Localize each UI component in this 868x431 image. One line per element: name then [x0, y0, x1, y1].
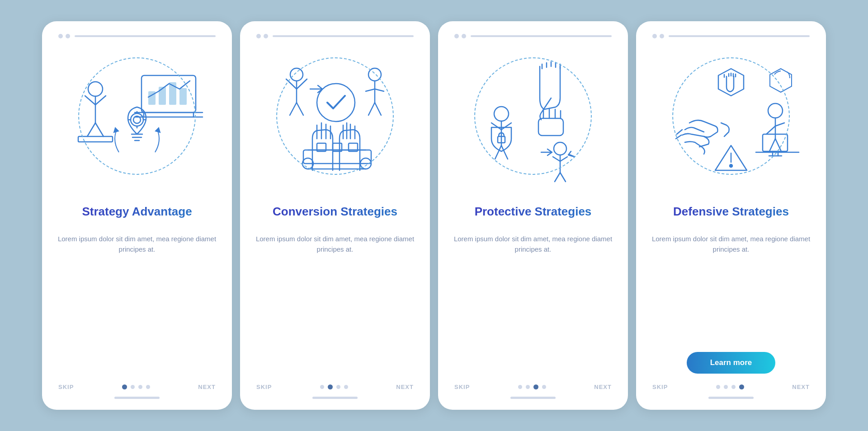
nav-dot-active[interactable]: [739, 384, 744, 389]
card-body-1: Lorem ipsum dolor sit dim amet, mea regi…: [57, 234, 217, 374]
nav-dots-4: [716, 384, 744, 389]
nav-dot[interactable]: [138, 385, 142, 389]
nav-dot[interactable]: [336, 385, 340, 389]
skip-button-3[interactable]: SKIP: [454, 384, 470, 390]
status-dot: [256, 34, 261, 38]
illustration-1: [65, 44, 209, 188]
dashed-circle-4: [672, 57, 790, 175]
learn-more-button[interactable]: Learn more: [687, 352, 776, 374]
card-strategy-advantage: Strategy Advantage Lorem ipsum dolor sit…: [42, 21, 232, 410]
card-nav-2: SKIP NEXT: [255, 384, 415, 390]
nav-dot[interactable]: [344, 385, 348, 389]
nav-dots-3: [518, 384, 546, 389]
next-button-3[interactable]: NEXT: [594, 384, 612, 390]
status-dots-1: [58, 34, 70, 38]
dashed-circle: [78, 57, 196, 175]
skip-button-2[interactable]: SKIP: [256, 384, 272, 390]
nav-dot[interactable]: [716, 385, 720, 389]
status-dot: [66, 34, 70, 38]
card-conversion-strategies: Conversion Strategies Lorem ipsum dolor …: [240, 21, 430, 410]
dashed-circle-3: [474, 57, 592, 175]
svg-line-66: [560, 173, 566, 182]
nav-dot[interactable]: [542, 385, 546, 389]
svg-line-65: [555, 173, 560, 182]
illustration-4: [659, 44, 803, 188]
card-title-4: Defensive Strategies: [673, 197, 789, 226]
nav-dot-active[interactable]: [533, 384, 538, 389]
status-line: [669, 35, 810, 37]
status-dots-3: [454, 34, 466, 38]
status-dots-4: [652, 34, 664, 38]
nav-dot[interactable]: [518, 385, 522, 389]
skip-button-1[interactable]: SKIP: [58, 384, 74, 390]
card-nav-1: SKIP NEXT: [57, 384, 217, 390]
nav-dot[interactable]: [320, 385, 324, 389]
card-defensive-strategies: Defensive Strategies Lorem ipsum dolor s…: [636, 21, 826, 410]
status-dots-2: [256, 34, 268, 38]
status-line: [273, 35, 414, 37]
card-body-4: Lorem ipsum dolor sit dim amet, mea regi…: [651, 234, 811, 344]
status-dot: [462, 34, 466, 38]
status-dot: [660, 34, 664, 38]
status-bar-1: [57, 34, 217, 38]
status-bar-4: [651, 34, 811, 38]
scroll-bar-1: [114, 397, 160, 399]
status-bar-3: [453, 34, 613, 38]
status-bar-2: [255, 34, 415, 38]
next-button-1[interactable]: NEXT: [198, 384, 216, 390]
scroll-bar-4: [708, 397, 754, 399]
next-button-4[interactable]: NEXT: [792, 384, 810, 390]
nav-dot-active[interactable]: [328, 384, 333, 389]
card-title-3: Protective Strategies: [475, 197, 592, 226]
illustration-2: [263, 44, 407, 188]
nav-dot[interactable]: [146, 385, 150, 389]
card-body-3: Lorem ipsum dolor sit dim amet, mea regi…: [453, 234, 613, 374]
card-title-1: Strategy Advantage: [82, 197, 192, 226]
dashed-circle-2: [276, 57, 394, 175]
nav-dot-active[interactable]: [122, 384, 127, 389]
card-nav-3: SKIP NEXT: [453, 384, 613, 390]
card-body-2: Lorem ipsum dolor sit dim amet, mea regi…: [255, 234, 415, 374]
status-line: [75, 35, 216, 37]
scroll-bar-2: [312, 397, 358, 399]
status-dot: [58, 34, 63, 38]
status-dot: [454, 34, 459, 38]
card-protective-strategies: Protective Strategies Lorem ipsum dolor …: [438, 21, 628, 410]
status-line: [471, 35, 612, 37]
illustration-3: [461, 44, 605, 188]
nav-dot[interactable]: [131, 385, 135, 389]
nav-dot[interactable]: [724, 385, 728, 389]
card-nav-4: SKIP NEXT: [651, 384, 811, 390]
nav-dot[interactable]: [526, 385, 530, 389]
skip-button-4[interactable]: SKIP: [652, 384, 668, 390]
nav-dots-2: [320, 384, 348, 389]
status-dot: [652, 34, 657, 38]
scroll-bar-3: [510, 397, 556, 399]
card-title-2: Conversion Strategies: [273, 197, 397, 226]
next-button-2[interactable]: NEXT: [396, 384, 414, 390]
cards-container: Strategy Advantage Lorem ipsum dolor sit…: [28, 8, 840, 423]
nav-dot[interactable]: [731, 385, 736, 389]
nav-dots-1: [122, 384, 150, 389]
status-dot: [264, 34, 268, 38]
